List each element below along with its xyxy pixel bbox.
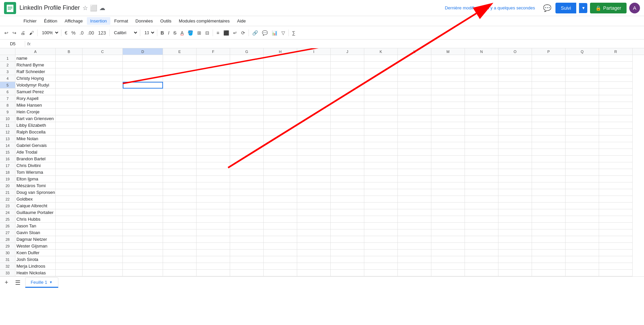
cell-p29[interactable] (532, 243, 566, 250)
cell-b1[interactable] (56, 55, 83, 62)
cell-h22[interactable] (264, 196, 297, 203)
row-number-5[interactable]: 5 (0, 82, 15, 89)
link-button[interactable]: 🔗 (251, 29, 260, 37)
cell-l6[interactable] (398, 89, 431, 95)
cell-b4[interactable] (56, 75, 83, 82)
cell-a17[interactable]: Chris Divitini (15, 162, 56, 169)
cell-q13[interactable] (566, 136, 599, 142)
cell-b5[interactable] (56, 82, 83, 89)
cell-q20[interactable] (566, 182, 599, 189)
cell-j20[interactable] (331, 182, 364, 189)
cell-e29[interactable] (163, 243, 197, 250)
cell-k8[interactable] (364, 102, 398, 109)
cell-n30[interactable] (465, 250, 498, 256)
cell-j8[interactable] (331, 102, 364, 109)
cell-j1[interactable] (331, 55, 364, 62)
merge-button[interactable]: ⊟ (204, 29, 211, 37)
cell-f12[interactable] (197, 129, 230, 136)
cell-i13[interactable] (297, 136, 331, 142)
cell-k27[interactable] (364, 229, 398, 236)
cell-f30[interactable] (197, 250, 230, 256)
cell-j27[interactable] (331, 229, 364, 236)
cell-n9[interactable] (465, 109, 498, 115)
cell-g2[interactable] (230, 62, 264, 68)
cell-m33[interactable] (431, 270, 465, 276)
cell-o25[interactable] (498, 216, 532, 223)
cell-c31[interactable] (83, 256, 123, 263)
cell-b12[interactable] (56, 129, 83, 136)
cell-i8[interactable] (297, 102, 331, 109)
cell-d33[interactable] (123, 270, 163, 276)
rotate-button[interactable]: ⟳ (239, 29, 247, 37)
cell-h33[interactable] (264, 270, 297, 276)
cell-p11[interactable] (532, 122, 566, 129)
cell-c6[interactable] (83, 89, 123, 95)
cell-g25[interactable] (230, 216, 264, 223)
cell-l13[interactable] (398, 136, 431, 142)
cell-h32[interactable] (264, 263, 297, 270)
cell-r31[interactable] (599, 256, 633, 263)
cell-g20[interactable] (230, 182, 264, 189)
cell-j33[interactable] (331, 270, 364, 276)
cell-l21[interactable] (398, 189, 431, 196)
cell-i30[interactable] (297, 250, 331, 256)
cell-g28[interactable] (230, 236, 264, 243)
cell-f6[interactable] (197, 89, 230, 95)
row-number-32[interactable]: 32 (0, 263, 15, 270)
cell-g16[interactable] (230, 156, 264, 162)
cell-o22[interactable] (498, 196, 532, 203)
cell-a6[interactable]: Samuel Perez (15, 89, 56, 95)
cell-k20[interactable] (364, 182, 398, 189)
cell-d24[interactable] (123, 209, 163, 216)
cell-n11[interactable] (465, 122, 498, 129)
cell-d19[interactable] (123, 176, 163, 182)
cell-n31[interactable] (465, 256, 498, 263)
row-number-15[interactable]: 15 (0, 149, 15, 156)
cell-l28[interactable] (398, 236, 431, 243)
cell-q1[interactable] (566, 55, 599, 62)
cell-e28[interactable] (163, 236, 197, 243)
cell-p4[interactable] (532, 75, 566, 82)
cell-j12[interactable] (331, 129, 364, 136)
menu-modules[interactable]: Modules complémentaires (175, 17, 233, 25)
cell-q17[interactable] (566, 162, 599, 169)
cell-g11[interactable] (230, 122, 264, 129)
cell-n18[interactable] (465, 169, 498, 176)
cell-i10[interactable] (297, 115, 331, 122)
cell-m29[interactable] (431, 243, 465, 250)
cell-f23[interactable] (197, 203, 230, 209)
menu-donnees[interactable]: Données (132, 17, 156, 25)
cell-c26[interactable] (83, 223, 123, 229)
cell-c5[interactable] (83, 82, 123, 89)
cell-n19[interactable] (465, 176, 498, 182)
cell-m12[interactable] (431, 129, 465, 136)
cell-n5[interactable] (465, 82, 498, 89)
cell-e26[interactable] (163, 223, 197, 229)
cell-a21[interactable]: Doug van Spronsen (15, 189, 56, 196)
cell-f7[interactable] (197, 95, 230, 102)
cell-k21[interactable] (364, 189, 398, 196)
cell-o8[interactable] (498, 102, 532, 109)
cell-q19[interactable] (566, 176, 599, 182)
cell-r33[interactable] (599, 270, 633, 276)
cell-n32[interactable] (465, 263, 498, 270)
cell-i31[interactable] (297, 256, 331, 263)
cell-h3[interactable] (264, 68, 297, 75)
cell-a4[interactable]: Christy Hoyng (15, 75, 56, 82)
cell-h4[interactable] (264, 75, 297, 82)
cell-e17[interactable] (163, 162, 197, 169)
cell-c19[interactable] (83, 176, 123, 182)
cell-p10[interactable] (532, 115, 566, 122)
cloud-icon[interactable]: ☁ (99, 4, 105, 12)
cell-q8[interactable] (566, 102, 599, 109)
cell-b3[interactable] (56, 68, 83, 75)
cell-n33[interactable] (465, 270, 498, 276)
cell-i18[interactable] (297, 169, 331, 176)
cell-d4[interactable] (123, 75, 163, 82)
cell-m8[interactable] (431, 102, 465, 109)
col-header-o[interactable]: O (498, 48, 532, 55)
cell-i7[interactable] (297, 95, 331, 102)
cell-a24[interactable]: Guillaume Portalier (15, 209, 56, 216)
cell-f10[interactable] (197, 115, 230, 122)
cell-d18[interactable] (123, 169, 163, 176)
